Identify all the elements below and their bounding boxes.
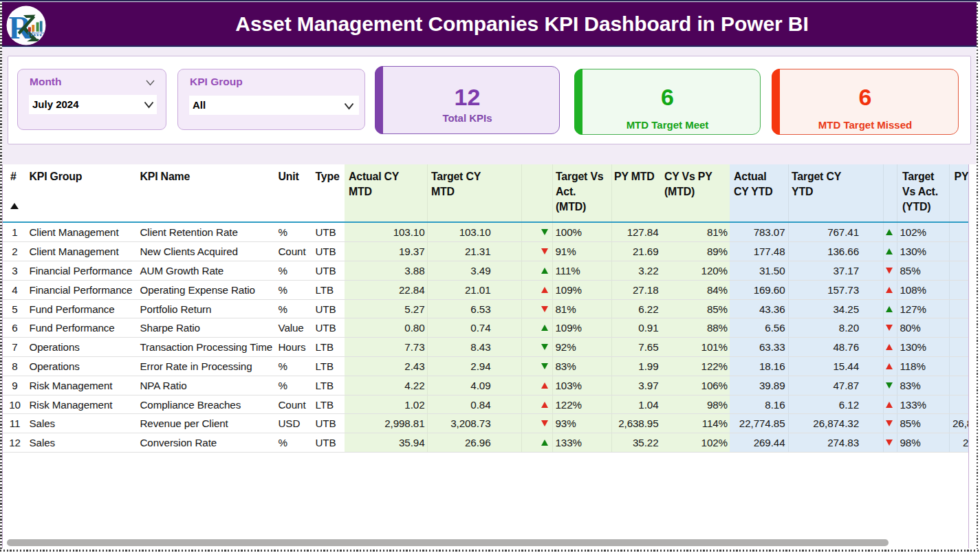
svg-text:An Excel Expert: An Excel Expert xyxy=(27,31,47,34)
